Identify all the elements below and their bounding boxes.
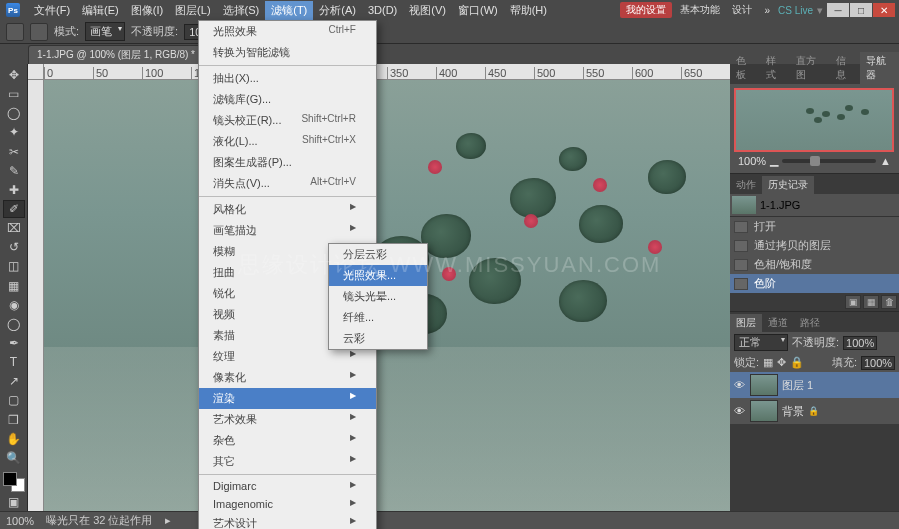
my-settings-button[interactable]: 我的设置	[620, 2, 672, 18]
minimize-button[interactable]: ─	[827, 3, 849, 17]
mode-select[interactable]: 画笔	[85, 22, 125, 41]
menu-item[interactable]: 渲染	[199, 388, 376, 409]
stamp-tool[interactable]: ⌧	[3, 219, 25, 237]
history-brush-tool[interactable]: ↺	[3, 238, 25, 256]
close-button[interactable]: ✕	[873, 3, 895, 17]
menu-item[interactable]: Imagenomic	[199, 495, 376, 513]
layer-opacity-input[interactable]: 100%	[843, 336, 877, 350]
zoom-in-icon[interactable]: ▲	[880, 155, 891, 167]
menu-item[interactable]: 滤镜库(G)...	[199, 89, 376, 110]
maximize-button[interactable]: □	[850, 3, 872, 17]
status-zoom[interactable]: 100%	[6, 515, 34, 527]
workspace-design[interactable]: 设计	[728, 3, 756, 17]
eraser-tool[interactable]: ◫	[3, 257, 25, 275]
crop-tool[interactable]: ✂	[3, 143, 25, 161]
gradient-tool[interactable]: ▦	[3, 277, 25, 295]
workspace-chevrons[interactable]: »	[760, 5, 774, 16]
history-item[interactable]: 打开	[730, 217, 899, 236]
lasso-tool[interactable]: ◯	[3, 104, 25, 122]
lock-position-icon[interactable]: ✥	[777, 356, 786, 369]
cslive-button[interactable]: CS Live	[778, 5, 813, 16]
nav-zoom-value[interactable]: 100%	[738, 155, 766, 167]
healing-tool[interactable]: ✚	[3, 181, 25, 199]
document-tab[interactable]: 1-1.JPG @ 100% (图层 1, RGB/8) *	[28, 45, 204, 64]
lock-pixels-icon[interactable]: ▦	[763, 356, 773, 369]
quickmask-icon[interactable]: ▣	[3, 493, 25, 511]
status-chevron-icon[interactable]: ▸	[165, 514, 171, 527]
menu-layer[interactable]: 图层(L)	[169, 1, 216, 20]
layer-row[interactable]: 👁 图层 1	[730, 372, 899, 398]
shape-tool[interactable]: ▢	[3, 391, 25, 409]
tab-paths[interactable]: 路径	[794, 314, 826, 332]
lock-all-icon[interactable]: 🔒	[790, 356, 804, 369]
menu-select[interactable]: 选择(S)	[217, 1, 266, 20]
brush-preset-icon[interactable]	[30, 23, 48, 41]
menu-image[interactable]: 图像(I)	[125, 1, 169, 20]
menu-3d[interactable]: 3D(D)	[362, 2, 403, 18]
menu-item[interactable]: 液化(L)...Shift+Ctrl+X	[199, 131, 376, 152]
menu-item[interactable]: 抽出(X)...	[199, 68, 376, 89]
dodge-tool[interactable]: ◯	[3, 315, 25, 333]
wand-tool[interactable]: ✦	[3, 123, 25, 141]
pen-tool[interactable]: ✒	[3, 334, 25, 352]
3d-tool[interactable]: ❒	[3, 411, 25, 429]
zoom-slider[interactable]	[782, 159, 876, 163]
marquee-tool[interactable]: ▭	[3, 85, 25, 103]
path-tool[interactable]: ↗	[3, 372, 25, 390]
menu-view[interactable]: 视图(V)	[403, 1, 452, 20]
tab-channels[interactable]: 通道	[762, 314, 794, 332]
menu-item[interactable]: 图案生成器(P)...	[199, 152, 376, 173]
history-trash-icon[interactable]: 🗑	[881, 295, 897, 309]
color-swatches[interactable]	[3, 472, 25, 492]
menu-item[interactable]: 其它	[199, 451, 376, 472]
fill-input[interactable]: 100%	[861, 356, 895, 370]
menu-help[interactable]: 帮助(H)	[504, 1, 553, 20]
move-tool[interactable]: ✥	[3, 66, 25, 84]
eyedropper-tool[interactable]: ✎	[3, 162, 25, 180]
menu-item[interactable]: 艺术效果	[199, 409, 376, 430]
menu-item[interactable]: 消失点(V)...Alt+Ctrl+V	[199, 173, 376, 194]
brush-tool[interactable]: ✐	[3, 200, 25, 218]
submenu-item[interactable]: 纤维...	[329, 307, 427, 328]
blur-tool[interactable]: ◉	[3, 296, 25, 314]
menu-item[interactable]: 画笔描边	[199, 220, 376, 241]
menu-item[interactable]: 艺术设计	[199, 513, 376, 529]
submenu-item[interactable]: 云彩	[329, 328, 427, 349]
foreground-color[interactable]	[3, 472, 17, 486]
ruler-vertical[interactable]	[28, 80, 44, 511]
tab-info[interactable]: 信息	[830, 52, 860, 84]
menu-analysis[interactable]: 分析(A)	[313, 1, 362, 20]
history-new-icon[interactable]: ▦	[863, 295, 879, 309]
layer-row[interactable]: 👁 背景 🔒	[730, 398, 899, 424]
layer-thumbnail[interactable]	[750, 374, 778, 396]
submenu-item[interactable]: 分层云彩	[329, 244, 427, 265]
navigator-thumbnail[interactable]	[734, 88, 894, 152]
menu-edit[interactable]: 编辑(E)	[76, 1, 125, 20]
menu-item[interactable]: 像素化	[199, 367, 376, 388]
menu-item[interactable]: 杂色	[199, 430, 376, 451]
layer-name[interactable]: 图层 1	[782, 378, 813, 393]
menu-item[interactable]: 镜头校正(R)...Shift+Ctrl+R	[199, 110, 376, 131]
history-snapshot[interactable]: 1-1.JPG	[730, 194, 899, 217]
menu-window[interactable]: 窗口(W)	[452, 1, 504, 20]
ruler-horizontal[interactable]: 050100150200250300350400450500550600650	[44, 64, 730, 80]
menu-item[interactable]: 风格化	[199, 199, 376, 220]
layer-name[interactable]: 背景	[782, 404, 804, 419]
menu-item[interactable]: Digimarc	[199, 477, 376, 495]
workspace-basic[interactable]: 基本功能	[676, 3, 724, 17]
layer-thumbnail[interactable]	[750, 400, 778, 422]
tab-histogram[interactable]: 直方图	[790, 52, 829, 84]
tab-styles[interactable]: 样式	[760, 52, 790, 84]
submenu-item[interactable]: 光照效果...	[329, 265, 427, 286]
tab-navigator[interactable]: 导航器	[860, 52, 899, 84]
blend-mode-select[interactable]: 正常	[734, 334, 788, 351]
search-icon[interactable]: ▾	[817, 4, 823, 17]
visibility-icon[interactable]: 👁	[732, 405, 746, 417]
submenu-item[interactable]: 镜头光晕...	[329, 286, 427, 307]
menu-item[interactable]: 光照效果Ctrl+F	[199, 21, 376, 42]
type-tool[interactable]: T	[3, 353, 25, 371]
zoom-out-icon[interactable]: ▁	[770, 154, 778, 167]
history-item[interactable]: 色相/饱和度	[730, 255, 899, 274]
menu-item[interactable]: 转换为智能滤镜	[199, 42, 376, 63]
menu-filter[interactable]: 滤镜(T)	[265, 1, 313, 20]
